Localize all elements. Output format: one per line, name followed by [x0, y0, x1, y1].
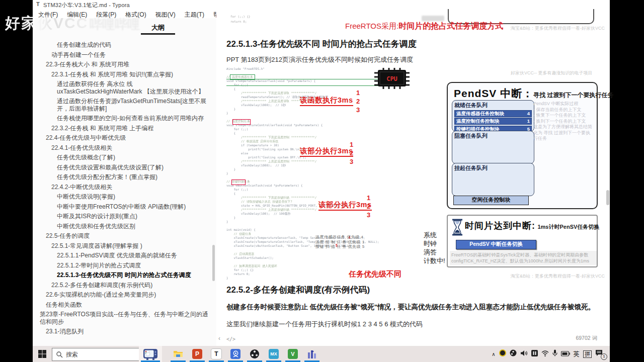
notification-badge: 1: [601, 353, 607, 360]
code-line: for (;;): [226, 127, 388, 131]
outline-item[interactable]: 中断优先级说明(掌握): [33, 193, 216, 201]
annotation-1: 该函数执行3ms: [300, 96, 353, 106]
outline-item[interactable]: 22.5.1.3-任务优先级不同 时间片的抢占式任务调度: [33, 272, 216, 279]
microphone-icon[interactable]: [552, 349, 557, 358]
red-banner-emphasis: 时间片的抢占式任务调度方式: [398, 22, 503, 30]
code-line: // 温度控制任务: [226, 119, 388, 123]
tab-outline-underline: [141, 33, 175, 35]
volume-icon[interactable]: [520, 349, 528, 358]
sidebar-toggle-icon[interactable]: ‹: [218, 335, 220, 342]
watermark-corner-ghost: 哔哩哔哩: [90, 16, 140, 33]
taskbar-search-input[interactable]: 搜索: [52, 348, 140, 361]
outline-item[interactable]: 任务栈使用哪里的空间-如何查看当前系统的可用堆内存: [33, 115, 216, 122]
outline-item[interactable]: 任务相关函数: [33, 301, 216, 309]
tab-outline[interactable]: 大纲: [141, 23, 175, 32]
heading-22513: 22.5.1.3-任务优先级不同 时间片的抢占式任务调度: [226, 38, 417, 50]
outline-item[interactable]: 第23章-FreeRTOS项目实战--任务与任务、任务与中断之间的通信和同步: [33, 311, 216, 325]
outline-item[interactable]: 22.6-实现裸机的功能-(通过全局变量同步): [33, 291, 216, 299]
systick-note-line: FreeRTOS的基础时钟是SysTick定时器、基础时钟的定时周期由参数: [451, 252, 595, 258]
code-line: /************* 下面是温度读取 *************/: [226, 91, 388, 95]
outline-item[interactable]: 22.4.2-中断优先级相关: [33, 184, 216, 191]
system-tick-caption: 系统 时钟 滴答 计数中!: [424, 231, 445, 265]
taskbar-icon-typora[interactable]: T: [207, 346, 226, 362]
suspended-queue-label: 挂起任务队列: [454, 165, 488, 171]
outline-item[interactable]: 通过函数分析任务资源vTaskGetRunTimeStats[这里不展开，后面单…: [33, 98, 216, 112]
content-scrollbar[interactable]: [606, 190, 609, 205]
taskbar-icon-video-app[interactable]: V: [283, 346, 302, 362]
outline-item[interactable]: 23.1-消息队列: [33, 328, 216, 335]
outline-item[interactable]: 中断中要使用FreeRTOS的中断级 API函数(理解): [33, 203, 216, 211]
tray-app-yellow-icon[interactable]: [499, 349, 506, 358]
ready-queue-box: 就绪任务队列 温度传感器任务控制块4温度控制任务控制块1按键扫描任务控制块5: [452, 100, 534, 132]
pendsv-note-line: PendSV 中断实际过程: [533, 101, 595, 107]
outline-item[interactable]: 任务优先级分配分配方案！(重点掌握): [33, 173, 216, 181]
outline-item[interactable]: 22.3-任务栈大小 和 系统可用堆: [33, 61, 216, 68]
ime-mode-indicator[interactable]: 拼: [583, 350, 592, 358]
taskbar-icon-powerpoint[interactable]: P: [188, 346, 207, 362]
idle-task-bar: 空闲任务控制块: [453, 196, 529, 205]
tray-obs-icon[interactable]: [510, 349, 517, 358]
code-line: [226, 224, 388, 228]
green-highlight-lines: [226, 79, 386, 86]
outline-item[interactable]: 中断及其ISR的设计原则(重点): [33, 213, 216, 220]
battery-icon[interactable]: [561, 349, 570, 358]
taskbar: 搜索 P: [33, 346, 610, 362]
code-line: [226, 260, 388, 264]
taskbar-icon-file-explorer[interactable]: [169, 346, 188, 362]
code-line: vTaskDelay(100); // 100毫秒: [226, 212, 388, 216]
search-placeholder: 搜索: [66, 350, 78, 359]
taskbar-pinned-apps: P T MX: [169, 346, 321, 362]
taskbar-icon-library[interactable]: [302, 346, 321, 362]
code-line: // 根据温度 启停冷却系统: [226, 139, 388, 143]
outline-item[interactable]: 任务优先级概念(了解): [33, 154, 216, 161]
outline-item[interactable]: 22.5.1.1-PendSV调度 优先级最高的就绪任务: [33, 252, 216, 259]
ready-queue-row: 温度控制任务控制块1: [454, 118, 532, 125]
timeslice-box: 时间片达到中断: 1ms计时PenSV任务切换 PendSV 中断任务切换 Fr…: [447, 215, 598, 267]
content-area: for (;;) {} return 0; FreeRTOS采用:时间片的抢占式…: [216, 0, 610, 346]
outline-item[interactable]: 任务创建生成的代码: [33, 41, 216, 49]
outline-item[interactable]: 动手再创建一个任务: [33, 51, 216, 59]
taskbar-icon-obs[interactable]: [245, 346, 264, 362]
outline-item[interactable]: 22.5.1-常见调度器讲解(理解掌握 ): [33, 242, 216, 250]
code-line: }: [226, 171, 388, 175]
outline-item[interactable]: 中断优先级和任务优先级区别: [33, 223, 216, 230]
sidebar-scrollbar[interactable]: [212, 245, 215, 281]
outline-item[interactable]: 22.5.1.2-带时间片的抢占式调度: [33, 262, 216, 269]
code-line: {: [226, 87, 388, 91]
code-line: void vTemperatureControllerTask(void *pv…: [226, 123, 388, 127]
pendsv-note-line: 这是为了方便理解将其总结简: [533, 124, 595, 130]
tray-expand-icon[interactable]: ∧: [492, 351, 495, 357]
red-banner-prefix: FreeRTOS采用:: [345, 22, 398, 30]
outline-item[interactable]: 22.4-任务优先级与中断优先级: [33, 134, 216, 142]
notification-icon[interactable]: 1: [595, 349, 604, 358]
outline-item[interactable]: 22.3.1-任务栈 和 系统可用堆 知识!!(重点掌握): [33, 71, 216, 78]
code-line: }: [226, 111, 388, 115]
system-tray: ∧ 英 拼 1: [492, 346, 604, 362]
outline-item[interactable]: 22.3.2-任务栈 和 系统可用堆 上手编程: [33, 125, 216, 132]
pendsv-note-line: 化为 寻找 过渡到下一个要执: [533, 130, 595, 136]
source-mode-icon[interactable]: </>: [226, 336, 235, 342]
taskbar-icon-camera-app[interactable]: [226, 346, 245, 362]
ime-language-indicator[interactable]: 英: [574, 350, 580, 358]
seq-3-1: 1: [367, 194, 370, 202]
tray-app-bars-icon[interactable]: [531, 349, 538, 358]
ready-queue-label: 就绪任务队列: [454, 102, 488, 108]
pendsv-title-main: PendSV 中断：: [454, 87, 533, 99]
outline-item[interactable]: 22.5-任务的调度: [33, 232, 216, 240]
outline-item[interactable]: 通过函数获得任务 高水位 线 uxTaskGetStackHighWaterMa…: [33, 80, 216, 95]
pendsv-switch-bar: PendSV 中断任务切换: [456, 240, 536, 249]
code-line: }: [226, 216, 388, 220]
start-button[interactable]: [38, 349, 47, 360]
code-line: }: [226, 167, 388, 171]
red-banner: FreeRTOS采用:时间片的抢占式任务调度方式: [345, 21, 503, 32]
taskbar-icon-mx[interactable]: MX: [264, 346, 283, 362]
systick-note: FreeRTOS的基础时钟是SysTick定时器、基础时钟的定时周期由参数con…: [450, 251, 597, 265]
outline-item[interactable]: 22.4.1-任务优先级相关: [33, 144, 216, 152]
outline-item[interactable]: 22.5.2-多任务创建和调度(有示例代码): [33, 282, 216, 289]
outline-item[interactable]: 任务优先级设置和最高优先级设置(了解): [33, 164, 216, 171]
wifi-icon[interactable]: [541, 349, 549, 358]
code-line: // 按键扫描任务: [226, 179, 388, 184]
taskbar-icon-tv-app[interactable]: [139, 346, 162, 362]
pendsv-note-line: - 保存当前任务的上下文: [533, 107, 595, 113]
outline-list: 任务创建生成的代码动手再创建一个任务22.3-任务栈大小 和 系统可用堆22.3…: [33, 41, 216, 338]
